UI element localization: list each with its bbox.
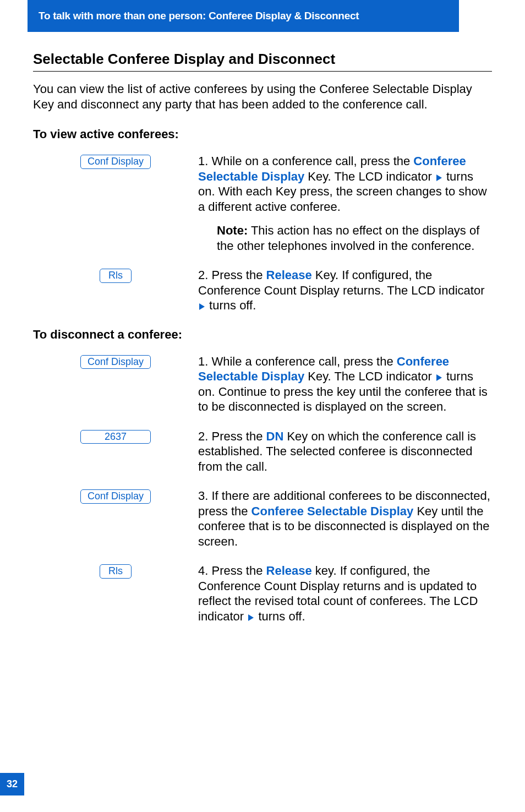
header-band: To talk with more than one person: Confe… bbox=[28, 0, 459, 32]
step-pre: Press the bbox=[211, 429, 266, 443]
disconnect-step-2: 2637 2. Press the DN Key on which the co… bbox=[33, 429, 492, 475]
step-after-ind: turns off. bbox=[255, 609, 305, 623]
step-num: 1. bbox=[198, 355, 211, 368]
view-step-2: Rls 2. Press the Release Key. If configu… bbox=[33, 268, 492, 313]
indicator-icon bbox=[248, 614, 254, 621]
key-col: 2637 bbox=[33, 429, 198, 444]
indicator-icon bbox=[199, 303, 205, 310]
step-pre: Press the bbox=[211, 268, 266, 282]
step-pre: While a conference call, press the bbox=[211, 355, 396, 368]
subhead-disconnect: To disconnect a conferee: bbox=[33, 328, 492, 342]
text-col: 2. Press the DN Key on which the confere… bbox=[198, 429, 492, 475]
disconnect-step-4: Rls 4. Press the Release key. If configu… bbox=[33, 563, 492, 624]
step-num: 2. bbox=[198, 429, 211, 443]
key-col: Rls bbox=[33, 563, 198, 579]
step-num: 1. bbox=[198, 154, 211, 168]
indicator-icon bbox=[436, 374, 442, 381]
intro-paragraph: You can view the list of active conferee… bbox=[33, 81, 492, 112]
key-col: Rls bbox=[33, 268, 198, 283]
note-label: Note: bbox=[217, 224, 248, 237]
step-num: 4. bbox=[198, 564, 211, 577]
key-col: Conf Display bbox=[33, 488, 198, 504]
page: To talk with more than one person: Confe… bbox=[0, 0, 525, 812]
dn-key: 2637 bbox=[80, 430, 151, 444]
step-after-ind: turns off. bbox=[206, 298, 256, 312]
text-col: 4. Press the Release key. If configured,… bbox=[198, 563, 492, 624]
note-block: Note: This action has no effect on the d… bbox=[198, 223, 492, 253]
key-col: Conf Display bbox=[33, 354, 198, 369]
indicator-icon bbox=[436, 175, 442, 181]
key-name: Release bbox=[266, 268, 312, 282]
key-name: Conferee Selectable Display bbox=[251, 504, 414, 518]
note-text: This action has no effect on the display… bbox=[217, 224, 479, 253]
disconnect-step-1: Conf Display 1. While a conference call,… bbox=[33, 354, 492, 415]
step-num: 2. bbox=[198, 268, 211, 282]
subhead-view: To view active conferees: bbox=[33, 127, 492, 141]
key-name: DN bbox=[266, 429, 284, 443]
rls-key: Rls bbox=[100, 564, 132, 579]
step-after-key: Key. The LCD indicator bbox=[304, 170, 435, 183]
page-number: 32 bbox=[0, 773, 24, 795]
conf-display-key: Conf Display bbox=[80, 155, 151, 169]
conf-display-key: Conf Display bbox=[80, 489, 151, 504]
text-col: 1. While on a conference call, press the… bbox=[198, 154, 492, 253]
step-pre: While on a conference call, press the bbox=[211, 154, 413, 168]
view-step-1: Conf Display 1. While on a conference ca… bbox=[33, 154, 492, 253]
disconnect-step-3: Conf Display 3. If there are additional … bbox=[33, 488, 492, 549]
step-pre: Press the bbox=[211, 564, 266, 577]
key-col: Conf Display bbox=[33, 154, 198, 169]
conf-display-key: Conf Display bbox=[80, 355, 151, 369]
section-title: Selectable Conferee Display and Disconne… bbox=[33, 51, 492, 72]
key-name: Release bbox=[266, 564, 312, 577]
text-col: 2. Press the Release Key. If configured,… bbox=[198, 268, 492, 313]
text-col: 1. While a conference call, press the Co… bbox=[198, 354, 492, 415]
step-num: 3. bbox=[198, 489, 211, 503]
step-after-key: Key. The LCD indicator bbox=[304, 369, 435, 383]
text-col: 3. If there are additional conferees to … bbox=[198, 488, 492, 549]
rls-key: Rls bbox=[100, 269, 132, 283]
